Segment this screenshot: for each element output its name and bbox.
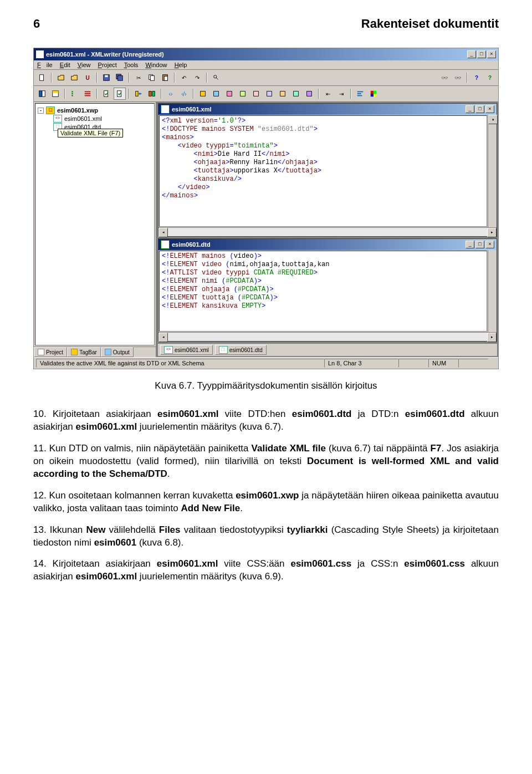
menu-window[interactable]: Window [145,62,167,68]
elem-icon-1[interactable] [197,88,209,100]
list-icon[interactable] [81,88,94,100]
tree-item-label[interactable]: esim0601.xml [64,115,102,122]
horizontal-scrollbar[interactable]: ◂▸ [158,332,497,341]
dtd-window-title: esim0601.dtd [172,241,464,248]
menu-view[interactable]: View [78,62,91,68]
tab-output[interactable]: Output [101,347,134,357]
menu-bar: File Edit View Project Tools Window Help [34,60,498,70]
status-message: Validates the active XML file against it… [36,359,324,368]
child-close-button[interactable]: × [485,241,494,248]
binoculars-next-icon[interactable]: 👓 [452,72,464,84]
open-folder-icon[interactable] [68,72,80,84]
tree-icon[interactable] [68,88,80,100]
tag-icon-2[interactable]: ‹/› [178,88,190,100]
svg-rect-39 [374,91,376,94]
maximize-button[interactable]: □ [477,50,486,58]
doc-tab-dtd[interactable]: ⬚esim0601.dtd [215,345,267,355]
tree-root-label: esim0601.xwp [57,107,98,114]
svg-rect-14 [53,91,59,93]
binoculars-icon[interactable]: 👓 [438,72,451,84]
elem-icon-8[interactable] [290,88,302,100]
tab-tagbar[interactable]: TagBar [67,347,101,357]
menu-tools[interactable]: Tools [124,62,139,68]
elem-icon-7[interactable] [277,88,289,100]
indent-left-icon[interactable]: ⇤ [322,88,334,100]
svg-rect-25 [152,91,155,96]
dtd-doc-tab-icon: ⬚ [219,346,228,354]
xml-code-area[interactable]: <?xml version='1.0'?><!DOCTYPE mainos SY… [159,115,487,227]
elem-icon-3[interactable] [223,88,236,100]
page-number: 6 [33,17,40,31]
save-all-icon[interactable] [114,72,126,84]
panel-icon-1[interactable] [36,88,48,100]
horizontal-scrollbar[interactable]: ◂▸ [158,227,497,236]
panel-icon-2[interactable] [49,88,62,100]
child-maximize-button[interactable]: □ [475,105,484,113]
undo-icon[interactable]: ↶ [178,72,190,84]
svg-rect-20 [85,95,91,96]
doc-tab-xml[interactable]: <>esim0601.xml [160,345,213,355]
transform-icon[interactable] [132,88,145,100]
close-button[interactable]: × [487,50,496,58]
svg-rect-19 [85,93,91,94]
dtd-window-icon [161,240,170,249]
paste-icon[interactable] [159,72,171,84]
transform-2-icon[interactable] [146,88,158,100]
app-icon [36,50,44,58]
svg-rect-4 [118,76,123,81]
save-icon[interactable] [100,72,112,84]
paragraph-11: 11. Kun DTD on valmis, niin näpäytetään … [33,442,499,481]
xml-file-icon: <> [53,115,62,123]
context-help-icon[interactable]: ? [484,72,496,84]
elem-icon-9[interactable] [303,88,315,100]
validate-xml-icon[interactable] [114,88,126,100]
svg-line-10 [216,78,218,80]
project-tree[interactable]: - ⬚ esim0601.xwp <> esim0601.xml ⬚ esim0… [35,103,155,345]
svg-rect-27 [214,91,219,96]
doc-check-icon[interactable] [100,88,112,100]
find-icon[interactable] [210,72,222,84]
open-icon[interactable] [55,72,67,84]
help-icon[interactable]: ? [470,72,483,84]
menu-file[interactable]: File [37,62,53,68]
svg-rect-8 [164,76,167,80]
minimize-button[interactable]: _ [467,50,476,58]
elem-icon-6[interactable] [263,88,275,100]
cut-icon[interactable]: ✂ [132,72,145,84]
color-icon[interactable] [367,88,380,100]
body-text: 10. Kirjoitetaan asiakirjaan esim0601.xm… [33,408,499,583]
svg-rect-24 [149,91,151,96]
main-toolbar: U ✂ ↶ ↷ 👓 👓 ? ? [34,70,498,86]
menu-help[interactable]: Help [175,62,187,68]
url-icon[interactable]: U [81,72,94,84]
svg-point-16 [71,93,73,95]
child-close-button[interactable]: × [485,105,494,113]
app-titlebar: esim0601.xml - XMLwriter (Unregistered) … [34,48,498,60]
svg-rect-11 [39,91,42,97]
xml-doc-tab-icon: <> [164,346,173,354]
new-file-icon[interactable] [36,72,48,84]
child-maximize-button[interactable]: □ [475,241,484,248]
copy-icon[interactable] [146,72,158,84]
child-minimize-button[interactable]: _ [466,241,474,248]
indent-right-icon[interactable]: ⇥ [335,88,347,100]
elem-icon-2[interactable] [210,88,222,100]
paragraph-12: 12. Kun osoitetaan kolmannen kerran kuva… [33,490,499,515]
secondary-toolbar: ‹› ‹/› ⇤ ⇥ [34,86,498,102]
tab-project[interactable]: Project [34,347,67,357]
child-minimize-button[interactable]: _ [466,105,474,113]
format-icon[interactable] [354,88,366,100]
elem-icon-4[interactable] [237,88,249,100]
svg-rect-33 [294,91,299,96]
svg-rect-32 [280,91,285,96]
xml-editor-window: esim0601.xml _ □ × <?xml version='1.0'?>… [158,103,497,237]
dtd-code-area[interactable]: <!ELEMENT mainos (video)><!ELEMENT video… [159,251,487,332]
vertical-scrollbar[interactable] [488,250,497,332]
tag-icon-1[interactable]: ‹› [165,88,177,100]
redo-icon[interactable]: ↷ [191,72,203,84]
vertical-scrollbar[interactable]: ▴ [488,115,497,227]
menu-edit[interactable]: Edit [60,62,70,68]
svg-rect-29 [241,91,245,96]
menu-project[interactable]: Project [98,62,117,68]
elem-icon-5[interactable] [250,88,262,100]
